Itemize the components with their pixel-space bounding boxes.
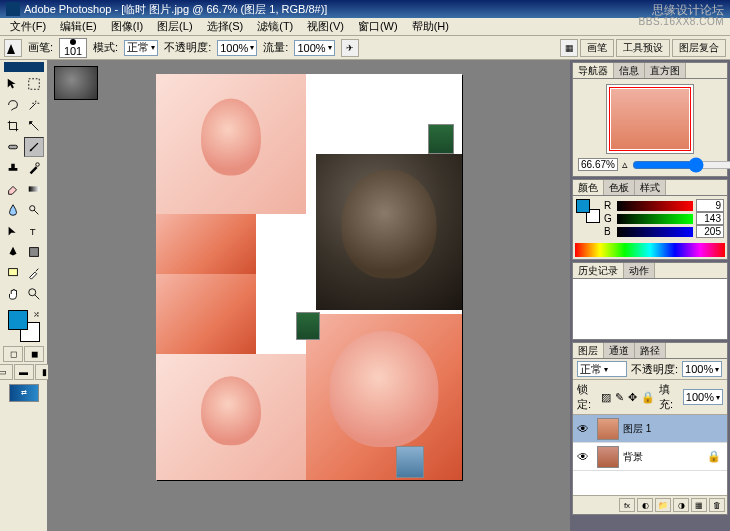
brush-tool[interactable] [24, 137, 44, 157]
tab-layer-comps[interactable]: 图层复合 [672, 39, 726, 57]
lock-pixels-icon[interactable]: ✎ [615, 391, 624, 404]
menu-window[interactable]: 窗口(W) [352, 18, 404, 35]
tab-styles[interactable]: 样式 [635, 180, 666, 195]
healing-tool[interactable] [3, 137, 23, 157]
wand-tool[interactable] [24, 95, 44, 115]
canvas-area[interactable] [48, 60, 570, 531]
tab-color[interactable]: 颜色 [573, 180, 604, 195]
menu-filter[interactable]: 滤镜(T) [251, 18, 299, 35]
adjustment-layer-icon[interactable]: ◑ [673, 498, 689, 512]
tab-layers[interactable]: 图层 [573, 343, 604, 358]
layer-thumbnail[interactable] [597, 418, 619, 440]
quickmask-mode-icon[interactable]: ◼ [24, 346, 44, 362]
tab-paths[interactable]: 路径 [635, 343, 666, 358]
gradient-tool[interactable] [24, 179, 44, 199]
lasso-tool[interactable] [3, 95, 23, 115]
svg-rect-3 [29, 186, 40, 191]
hand-tool[interactable] [3, 284, 23, 304]
notes-tool[interactable] [3, 263, 23, 283]
tool-preset-icon[interactable] [4, 39, 22, 57]
type-tool[interactable]: T [24, 221, 44, 241]
document-canvas[interactable] [156, 74, 462, 480]
swap-colors-icon[interactable]: ⤭ [33, 310, 40, 319]
fill-input[interactable]: 100% [683, 389, 723, 405]
r-slider[interactable] [617, 201, 693, 211]
layer-row[interactable]: 👁 图层 1 [573, 415, 727, 443]
b-value[interactable]: 205 [696, 225, 724, 238]
airbrush-icon[interactable]: ✈ [341, 39, 359, 57]
color-fgbg[interactable] [576, 199, 600, 223]
new-layer-icon[interactable]: ▦ [691, 498, 707, 512]
mode-select[interactable]: 正常 [124, 40, 158, 56]
menu-layer[interactable]: 图层(L) [151, 18, 198, 35]
zoom-slider[interactable] [632, 160, 730, 170]
lock-all-icon[interactable]: 🔒 [641, 391, 655, 404]
eraser-tool[interactable] [3, 179, 23, 199]
layer-mask-icon[interactable]: ◐ [637, 498, 653, 512]
tab-tool-presets[interactable]: 工具预设 [616, 39, 670, 57]
menu-select[interactable]: 选择(S) [201, 18, 250, 35]
crop-tool[interactable] [3, 116, 23, 136]
navigator-viewbox[interactable] [609, 87, 691, 151]
navigator-thumbnail[interactable] [606, 84, 694, 154]
shape-tool[interactable] [24, 242, 44, 262]
history-brush-tool[interactable] [24, 158, 44, 178]
foreground-swatch[interactable] [8, 310, 28, 330]
pen-tool[interactable] [3, 242, 23, 262]
tab-history[interactable]: 历史记录 [573, 263, 624, 278]
palette-toggle-icon[interactable]: ▦ [560, 39, 578, 57]
svg-rect-7 [9, 269, 18, 276]
zoom-out-icon[interactable]: ▵ [622, 158, 628, 171]
path-select-tool[interactable] [3, 221, 23, 241]
menu-edit[interactable]: 编辑(E) [54, 18, 103, 35]
menu-help[interactable]: 帮助(H) [406, 18, 455, 35]
slice-tool[interactable] [24, 116, 44, 136]
layer-thumbnail[interactable] [597, 446, 619, 468]
jump-to-imageready-icon[interactable]: ⇄ [9, 384, 39, 402]
brush-preview[interactable]: 101 [59, 38, 87, 58]
color-fg-swatch[interactable] [576, 199, 590, 213]
r-value[interactable]: 9 [696, 199, 724, 212]
delete-layer-icon[interactable]: 🗑 [709, 498, 725, 512]
b-slider[interactable] [617, 227, 693, 237]
marquee-tool[interactable] [24, 74, 44, 94]
tab-info[interactable]: 信息 [614, 63, 645, 78]
history-list[interactable] [573, 279, 727, 339]
visibility-icon[interactable]: 👁 [573, 422, 593, 436]
lock-transparency-icon[interactable]: ▨ [601, 391, 611, 404]
zoom-value[interactable]: 66.67% [578, 158, 618, 171]
blur-tool[interactable] [3, 200, 23, 220]
g-value[interactable]: 143 [696, 212, 724, 225]
lock-position-icon[interactable]: ✥ [628, 391, 637, 404]
tab-actions[interactable]: 动作 [624, 263, 655, 278]
tab-histogram[interactable]: 直方图 [645, 63, 686, 78]
blend-mode-select[interactable]: 正常 [577, 361, 627, 377]
layer-opacity-input[interactable]: 100% [682, 361, 722, 377]
screen-mode-1-icon[interactable]: ▭ [0, 364, 13, 380]
eyedropper-tool[interactable] [24, 263, 44, 283]
standard-mode-icon[interactable]: ◻ [3, 346, 23, 362]
menu-file[interactable]: 文件(F) [4, 18, 52, 35]
tab-channels[interactable]: 通道 [604, 343, 635, 358]
color-swatches[interactable]: ⤭ [8, 310, 40, 342]
layer-row[interactable]: 👁 背景 🔒 [573, 443, 727, 471]
layer-style-icon[interactable]: fx [619, 498, 635, 512]
color-spectrum[interactable] [575, 243, 725, 257]
layer-name[interactable]: 背景 [623, 450, 643, 464]
new-group-icon[interactable]: 📁 [655, 498, 671, 512]
stamp-tool[interactable] [3, 158, 23, 178]
tab-swatches[interactable]: 色板 [604, 180, 635, 195]
dodge-tool[interactable] [24, 200, 44, 220]
visibility-icon[interactable]: 👁 [573, 450, 593, 464]
screen-mode-2-icon[interactable]: ▬ [14, 364, 34, 380]
zoom-tool[interactable] [24, 284, 44, 304]
menu-image[interactable]: 图像(I) [105, 18, 149, 35]
opacity-input[interactable]: 100% [217, 40, 257, 56]
layer-name[interactable]: 图层 1 [623, 422, 651, 436]
tab-brushes[interactable]: 画笔 [580, 39, 614, 57]
move-tool[interactable] [3, 74, 23, 94]
tab-navigator[interactable]: 导航器 [573, 63, 614, 78]
flow-input[interactable]: 100% [294, 40, 334, 56]
g-slider[interactable] [617, 214, 693, 224]
menu-view[interactable]: 视图(V) [301, 18, 350, 35]
